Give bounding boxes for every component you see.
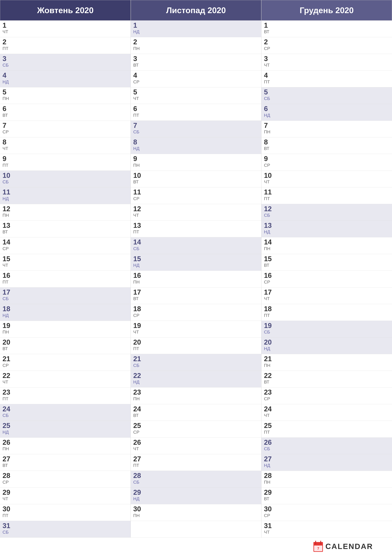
day-info: 7ПН bbox=[264, 122, 270, 135]
day-number: 16 bbox=[133, 272, 141, 279]
day-number: 26 bbox=[2, 438, 10, 446]
day-number: 26 bbox=[133, 438, 141, 446]
day-info: 1ЧТ bbox=[2, 22, 8, 35]
day-row: 5СБ bbox=[261, 87, 392, 104]
day-number: 5 bbox=[133, 88, 139, 96]
day-info: 3ЧТ bbox=[264, 55, 270, 68]
day-name: ЧТ bbox=[264, 63, 270, 68]
day-row: 12ПН bbox=[0, 204, 131, 221]
day-name: СР bbox=[2, 480, 10, 485]
day-info: 14СБ bbox=[133, 238, 141, 251]
day-number: 23 bbox=[2, 388, 10, 396]
day-row: 10ВТ bbox=[131, 171, 261, 187]
day-info: 10ВТ bbox=[133, 172, 141, 185]
day-row: 2СР bbox=[261, 37, 392, 54]
day-info: 10СБ bbox=[2, 172, 10, 185]
day-row: 20НД bbox=[261, 337, 392, 354]
day-row: 1НД bbox=[131, 21, 261, 37]
day-info: 16ПН bbox=[133, 272, 141, 285]
day-number: 30 bbox=[264, 505, 272, 513]
day-name: ЧТ bbox=[2, 146, 8, 151]
day-info: 27ВТ bbox=[2, 455, 10, 468]
month-header-oct: Жовтень 2020 bbox=[0, 0, 131, 21]
day-number: 13 bbox=[133, 222, 141, 229]
day-name: ВТ bbox=[264, 380, 272, 385]
day-number: 2 bbox=[2, 38, 8, 46]
day-row: 18ПТ bbox=[261, 304, 392, 321]
day-info: 12ПН bbox=[2, 205, 10, 218]
day-row: 16СР bbox=[261, 271, 392, 287]
day-info: 20ВТ bbox=[2, 338, 10, 351]
day-info: 30СР bbox=[264, 505, 272, 518]
day-name: СБ bbox=[133, 480, 141, 485]
day-info: 4ПТ bbox=[264, 72, 270, 85]
day-row: 28СР bbox=[0, 471, 131, 488]
day-name: ПН bbox=[264, 363, 272, 368]
day-row: 29ВТ bbox=[261, 488, 392, 504]
day-number: 9 bbox=[2, 155, 8, 162]
day-info: 14ПН bbox=[264, 238, 272, 251]
day-number: 28 bbox=[2, 472, 10, 479]
day-info: 6ВТ bbox=[2, 105, 8, 118]
day-row: 6ВТ bbox=[0, 104, 131, 121]
day-row: 24ЧТ bbox=[261, 404, 392, 421]
day-number: 28 bbox=[264, 472, 272, 479]
day-info: 8ЧТ bbox=[2, 138, 8, 151]
day-row: 1ЧТ bbox=[0, 21, 131, 37]
day-number: 27 bbox=[2, 455, 10, 463]
day-number: 3 bbox=[264, 55, 270, 63]
day-number: 15 bbox=[2, 255, 10, 263]
day-number: 4 bbox=[264, 72, 270, 79]
day-name: НД bbox=[133, 29, 139, 35]
day-info: 16СР bbox=[264, 272, 272, 285]
day-number: 25 bbox=[264, 422, 272, 429]
day-name: ПТ bbox=[2, 163, 8, 168]
day-row: 27ВТ bbox=[0, 454, 131, 471]
day-row: 15НД bbox=[131, 254, 261, 271]
day-number: 23 bbox=[264, 388, 272, 396]
day-name: СР bbox=[133, 196, 141, 201]
day-name: ПН bbox=[264, 246, 272, 251]
day-info: 23ПН bbox=[133, 388, 141, 401]
day-name: НД bbox=[2, 196, 10, 201]
day-info: 13ВТ bbox=[2, 222, 10, 235]
day-info: 19СБ bbox=[264, 322, 272, 335]
day-info: 29НД bbox=[133, 489, 141, 502]
day-name: НД bbox=[2, 430, 10, 435]
day-name: ВТ bbox=[264, 263, 272, 268]
month-header-nov: Листопад 2020 bbox=[131, 0, 261, 21]
day-info: 24ЧТ bbox=[264, 405, 272, 418]
day-row: 9СР bbox=[261, 154, 392, 171]
day-number: 7 bbox=[2, 122, 9, 129]
day-name: ПТ bbox=[133, 229, 141, 235]
day-info: 21ПН bbox=[264, 355, 272, 368]
day-row: 17ЧТ bbox=[261, 287, 392, 304]
day-name: ВТ bbox=[133, 296, 141, 301]
day-name: ЧТ bbox=[133, 213, 141, 218]
day-row: 18НД bbox=[0, 304, 131, 321]
day-info: 20НД bbox=[264, 338, 272, 351]
day-name: ПН bbox=[2, 213, 10, 218]
day-number: 27 bbox=[264, 455, 272, 463]
day-name: СБ bbox=[264, 329, 272, 335]
day-name: ЧТ bbox=[2, 29, 8, 35]
day-number: 20 bbox=[2, 338, 10, 346]
day-name: НД bbox=[264, 113, 270, 118]
day-name: ПТ bbox=[264, 430, 272, 435]
day-info: 26ПН bbox=[2, 438, 10, 452]
day-row: 25ПТ bbox=[261, 421, 392, 438]
day-row: 8ВТ bbox=[261, 137, 392, 154]
day-row: 5ЧТ bbox=[131, 87, 261, 104]
day-row: 2ПТ bbox=[0, 37, 131, 54]
day-name: ПН bbox=[2, 446, 10, 452]
day-info: 17СБ bbox=[2, 288, 10, 301]
day-info: 5СБ bbox=[264, 88, 270, 101]
day-name: ВТ bbox=[264, 146, 269, 151]
day-name: ВТ bbox=[264, 29, 269, 35]
day-number: 24 bbox=[2, 405, 10, 413]
day-info: 27ПТ bbox=[133, 455, 141, 468]
day-number: 21 bbox=[2, 355, 10, 363]
day-number: 6 bbox=[2, 105, 8, 112]
day-name: СР bbox=[264, 396, 272, 402]
day-name: СБ bbox=[133, 363, 141, 368]
